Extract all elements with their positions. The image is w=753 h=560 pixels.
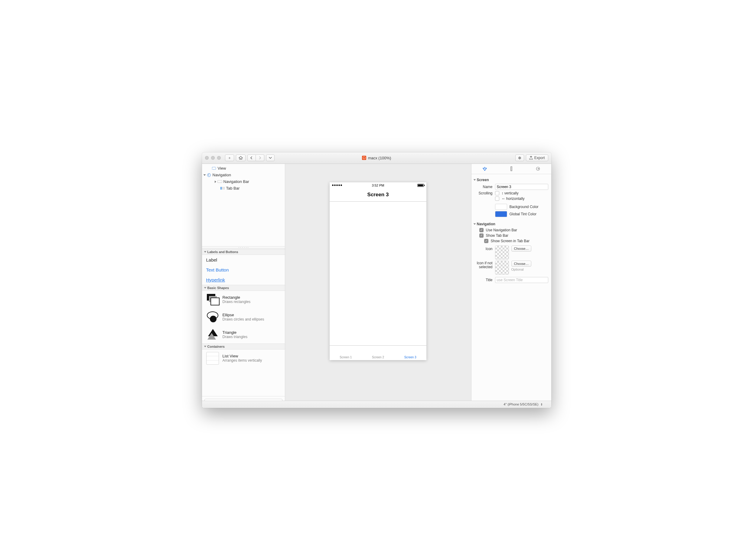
ellipse-icon xyxy=(206,311,219,323)
title-label: Title xyxy=(474,278,493,282)
canvas[interactable]: 3:52 PM Screen 3 Screen 1 Screen 2 Scree… xyxy=(285,164,471,408)
lib-item-textbutton[interactable]: Text Button xyxy=(202,265,285,275)
name-label: Name xyxy=(474,185,493,189)
disclosure-icon[interactable] xyxy=(203,174,206,176)
optional-hint: Optional xyxy=(511,267,532,271)
vertical-checkbox[interactable] xyxy=(495,191,499,195)
split-handle[interactable] xyxy=(202,246,285,249)
show-in-tabbar-checkbox[interactable] xyxy=(484,239,489,243)
lib-section-label: Labels and Buttons xyxy=(207,250,238,254)
horizontal-checkbox[interactable] xyxy=(495,197,499,201)
outline-navbar-label: Navigation Bar xyxy=(223,179,249,184)
home-button[interactable] xyxy=(236,155,245,161)
status-bar: 3:52 PM xyxy=(330,182,427,188)
phone-tab-2[interactable]: Screen 2 xyxy=(362,346,394,360)
back-button[interactable] xyxy=(247,155,256,161)
disclosure-icon[interactable] xyxy=(215,181,216,183)
phone-body xyxy=(330,202,427,345)
lib-section-shapes[interactable]: Basic Shapes xyxy=(202,285,285,291)
inspector-tabs xyxy=(472,164,551,174)
titlebar: ＋ macx (100%) Export xyxy=(202,153,551,164)
listview-icon xyxy=(206,352,219,365)
outline-tabbar-label: Tab Bar xyxy=(226,186,240,191)
phone-tab-1[interactable]: Screen 1 xyxy=(330,346,362,360)
use-navbar-checkbox[interactable] xyxy=(479,228,483,232)
view-icon xyxy=(212,167,216,169)
close-dot[interactable] xyxy=(205,156,209,160)
navigation-icon xyxy=(207,173,211,177)
outline-navbar[interactable]: Navigation Bar xyxy=(202,178,285,185)
disclosure-icon xyxy=(204,346,206,347)
outline-view[interactable]: View xyxy=(202,165,285,172)
element-library: Labels and Buttons Label Text Button Hyp… xyxy=(202,249,285,396)
disclosure-icon xyxy=(473,223,476,225)
forward-button[interactable] xyxy=(256,155,264,161)
left-sidebar: View Navigation Navigation Bar Tab Bar xyxy=(202,164,285,408)
outline-tabbar[interactable]: Tab Bar xyxy=(202,185,285,192)
show-tabbar-label: Show Tab Bar xyxy=(486,234,509,238)
minimize-dot[interactable] xyxy=(211,156,215,160)
nav-group xyxy=(247,155,264,161)
device-stepper-icon[interactable]: ▴▾ xyxy=(541,403,542,406)
inspector-tab-actions[interactable] xyxy=(525,164,551,174)
lib-item-triangle[interactable]: Triangle Draws triangles xyxy=(202,326,285,343)
add-button[interactable]: ＋ xyxy=(225,155,234,161)
horizontal-label: horizontally xyxy=(506,197,525,201)
screen-name-input[interactable] xyxy=(495,184,548,190)
tint-label: Global Tint Color xyxy=(510,212,536,216)
shape-title: Triangle xyxy=(222,330,248,335)
lib-section-labels[interactable]: Labels and Buttons xyxy=(202,249,285,255)
settings-button[interactable] xyxy=(515,155,524,161)
icon-label: Icon xyxy=(474,245,493,251)
outline: View Navigation Navigation Bar Tab Bar xyxy=(202,164,285,192)
lib-section-label: Containers xyxy=(207,345,225,348)
nav-section-header[interactable]: Navigation xyxy=(474,222,548,226)
export-label: Export xyxy=(534,156,545,160)
triangle-icon xyxy=(206,328,219,341)
inspector-tab-ruler[interactable] xyxy=(498,164,525,174)
disclosure-icon xyxy=(473,179,476,181)
status-time: 3:52 PM xyxy=(372,183,384,187)
app-window: ＋ macx (100%) Export xyxy=(202,153,551,408)
zoom-dot[interactable] xyxy=(217,156,221,160)
show-tabbar-checkbox[interactable] xyxy=(479,234,483,238)
window-controls xyxy=(205,156,221,160)
inspector-tab-properties[interactable] xyxy=(472,164,498,174)
icon-ns-label: Icon if notselected xyxy=(474,261,493,269)
lib-item-ellipse[interactable]: Ellipse Draws circles and ellipses xyxy=(202,308,285,326)
icon-well[interactable] xyxy=(495,245,509,259)
choose-icon-button[interactable]: Choose… xyxy=(511,245,532,252)
outline-navigation[interactable]: Navigation xyxy=(202,172,285,178)
device-bar: 4" (iPhone 5/5C/5S/SE) ▴▾ xyxy=(202,401,551,408)
phone-tabbar: Screen 1 Screen 2 Screen 3 xyxy=(330,345,427,360)
show-in-tabbar-label: Show Screen in Tab Bar xyxy=(491,239,530,243)
tint-swatch[interactable] xyxy=(495,211,507,217)
inspector: Screen Name Scrolling ↕ vertically ↔ hor… xyxy=(471,164,551,408)
tab-title-input[interactable] xyxy=(495,277,548,283)
screen-section-header[interactable]: Screen xyxy=(474,178,548,182)
icon-ns-well[interactable] xyxy=(495,261,509,275)
phone-tab-3[interactable]: Screen 3 xyxy=(394,346,427,360)
document-icon xyxy=(362,156,366,160)
recents-button[interactable] xyxy=(266,155,275,161)
disclosure-icon xyxy=(204,287,206,288)
device-selector[interactable]: 4" (iPhone 5/5C/5S/SE) xyxy=(503,402,538,406)
lib-section-label: Basic Shapes xyxy=(207,286,229,290)
navbar-icon xyxy=(217,180,222,183)
lib-item-hyperlink[interactable]: Hyperlink xyxy=(202,275,285,285)
lib-item-listview[interactable]: List View Arranges items vertically xyxy=(202,349,285,367)
phone-navtitle: Screen 3 xyxy=(368,192,389,198)
phone-navbar: Screen 3 xyxy=(330,188,427,202)
lib-item-rectangle[interactable]: Rectangle Draws rectangles xyxy=(202,291,285,308)
shape-desc: Draws triangles xyxy=(222,335,248,339)
bgcolor-swatch[interactable] xyxy=(495,204,507,210)
shape-title: Ellipse xyxy=(222,313,264,317)
shape-desc: Draws circles and ellipses xyxy=(222,317,264,321)
lib-section-containers[interactable]: Containers xyxy=(202,343,285,349)
outline-view-label: View xyxy=(218,166,226,171)
shape-title: Rectangle xyxy=(222,295,251,300)
export-button[interactable]: Export xyxy=(526,155,548,161)
tabbar-icon xyxy=(220,187,225,189)
choose-icon-ns-button[interactable]: Choose… xyxy=(511,261,532,267)
lib-item-label[interactable]: Label xyxy=(202,255,285,265)
